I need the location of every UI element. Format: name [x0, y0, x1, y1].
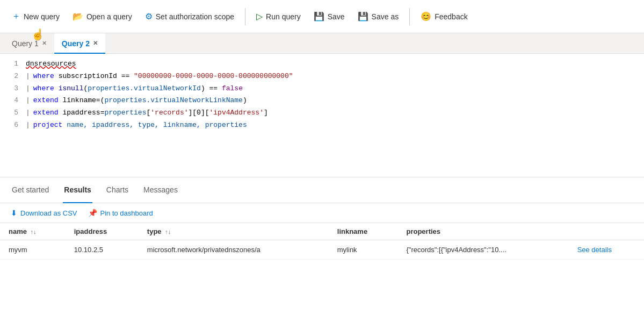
query-tab-1-label: Query 1: [12, 39, 39, 48]
results-section: Get started Results Charts Messages ⬇ Do…: [0, 177, 644, 260]
line-3-close: ) ==: [201, 83, 222, 95]
line-6-pipe: |: [26, 120, 30, 131]
save-as-button[interactable]: 💾 Save as: [352, 8, 404, 25]
editor-line-5: 5 | extend ipaddress= properties [ 'reco…: [0, 107, 644, 119]
result-tabs-bar: Get started Results Charts Messages: [0, 177, 644, 203]
tab-messages[interactable]: Messages: [142, 177, 179, 203]
line-2-pipe: |: [26, 71, 30, 82]
folder-icon: 📂: [73, 11, 83, 22]
editor-line-3: 3 | where isnull ( properties.virtualNet…: [0, 83, 644, 95]
query-tab-2[interactable]: Query 2 ✕: [54, 33, 105, 54]
tab-get-started[interactable]: Get started: [11, 177, 50, 203]
sort-type-icon[interactable]: ↑↓: [165, 228, 171, 235]
line-num-6: 6: [0, 120, 26, 131]
close-tab-1-icon[interactable]: ✕: [42, 40, 47, 46]
line-5-br1: [: [146, 108, 150, 119]
pin-dashboard-button[interactable]: 📌 Pin to dashboard: [88, 209, 153, 217]
run-icon: ▷: [256, 11, 263, 22]
run-query-label: Run query: [266, 12, 301, 21]
line-6-kw: project: [33, 120, 63, 131]
line-num-1: 1: [0, 59, 26, 70]
run-query-button[interactable]: ▷ Run query: [251, 8, 306, 25]
col-header-type: type ↑↓: [139, 223, 329, 240]
download-csv-button[interactable]: ⬇ Download as CSV: [11, 209, 77, 217]
save-as-label: Save as: [372, 12, 399, 21]
see-details-link[interactable]: See details: [577, 246, 612, 254]
line-3-fn: isnull: [59, 83, 84, 95]
line-4-prop: properties.virtualNetworkLinkName: [104, 95, 242, 106]
line-5-str1: 'records': [150, 108, 188, 119]
line-3-paren: (: [83, 83, 88, 95]
line-6-sp: [62, 120, 67, 131]
query-tabs-bar: Query 1 ✕ Query 2 ✕: [0, 33, 644, 54]
open-query-label: Open a query: [86, 12, 132, 21]
line-num-3: 3: [0, 83, 26, 95]
divider-1: [245, 8, 245, 25]
table-header-row: name ↑↓ ipaddress type ↑↓ linkname prope…: [0, 223, 644, 240]
col-header-linkname: linkname: [329, 223, 398, 240]
tab-results-label: Results: [64, 185, 91, 194]
line-5-str2: 'ipv4Address': [209, 108, 264, 119]
editor-line-6: 6 | project name, ipaddress, type, linkn…: [0, 119, 644, 132]
new-query-label: New query: [24, 12, 60, 21]
save-as-icon: 💾: [358, 11, 368, 22]
line-3-pipe: |: [26, 83, 30, 95]
query-tab-1[interactable]: Query 1 ✕: [4, 33, 54, 54]
set-auth-scope-button[interactable]: ⚙ Set authorization scope: [140, 8, 240, 25]
line-4-kw: extend: [33, 95, 59, 106]
new-query-button[interactable]: ＋ New query: [6, 8, 65, 25]
gear-icon: ⚙: [145, 11, 153, 22]
line-1-content: dnsresources: [26, 59, 76, 70]
open-query-button[interactable]: 📂 Open a query: [67, 8, 138, 25]
feedback-button[interactable]: 😊 Feedback: [415, 8, 473, 25]
line-5-kw: extend: [33, 108, 59, 119]
col-header-properties: properties: [397, 223, 568, 240]
line-5-sp: ipaddress=: [59, 108, 105, 119]
save-icon: 💾: [314, 11, 324, 22]
cell-properties: {"records":[{"ipv4Address":"10....: [397, 240, 568, 260]
col-header-actions: [569, 223, 644, 240]
download-icon: ⬇: [11, 209, 17, 217]
line-5-br3: ]: [264, 108, 268, 119]
line-5-pipe: |: [26, 108, 30, 119]
line-5-prop: properties: [104, 108, 146, 119]
line-3-val: false: [222, 83, 243, 95]
cell-linkname: mylink: [329, 240, 398, 260]
editor-line-1: 1 dnsresources: [0, 58, 644, 70]
line-3-sp1: [54, 83, 59, 95]
line-num-5: 5: [0, 108, 26, 119]
cell-name: myvm: [0, 240, 66, 260]
editor-line-4: 4 | extend linkname=( properties.virtual…: [0, 95, 644, 107]
close-tab-2-icon[interactable]: ✕: [93, 40, 98, 46]
line-2-kw: where: [33, 71, 54, 82]
results-table: name ↑↓ ipaddress type ↑↓ linkname prope…: [0, 223, 644, 260]
line-4-close: ): [243, 95, 247, 106]
tab-messages-label: Messages: [143, 185, 178, 194]
query-tab-2-label: Query 2: [62, 39, 90, 48]
tab-results[interactable]: Results: [63, 177, 92, 203]
line-num-4: 4: [0, 95, 26, 106]
line-2-str: "00000000-0000-0000-0000-000000000000": [134, 71, 293, 82]
col-header-ipaddress: ipaddress: [66, 223, 139, 240]
line-3-prop: properties.virtualNetworkId: [88, 83, 201, 95]
line-4-pipe: |: [26, 95, 30, 106]
feedback-icon: 😊: [421, 11, 431, 22]
plus-icon: ＋: [12, 11, 20, 22]
line-4-sp: linkname=(: [59, 95, 105, 106]
pin-label: Pin to dashboard: [100, 209, 153, 217]
set-auth-scope-label: Set authorization scope: [156, 12, 234, 21]
line-6-fields: name, ipaddress, type, linkname, propert…: [67, 120, 247, 131]
line-2-sp1: subscriptionId ==: [54, 71, 134, 82]
tab-charts[interactable]: Charts: [105, 177, 129, 203]
download-label: Download as CSV: [20, 209, 77, 217]
cell-see-details[interactable]: See details: [569, 240, 644, 260]
sort-name-icon[interactable]: ↑↓: [31, 228, 37, 235]
save-button[interactable]: 💾 Save: [308, 8, 350, 25]
cell-ipaddress: 10.10.2.5: [66, 240, 139, 260]
line-5-br2: ][0][: [189, 108, 209, 119]
toolbar: ＋ New query 📂 Open a query ⚙ Set authori…: [0, 0, 644, 33]
divider-2: [409, 8, 410, 25]
query-editor[interactable]: 1 dnsresources 2 | where subscriptionId …: [0, 54, 644, 177]
line-3-kw: where: [33, 83, 54, 95]
pin-icon: 📌: [88, 209, 97, 217]
